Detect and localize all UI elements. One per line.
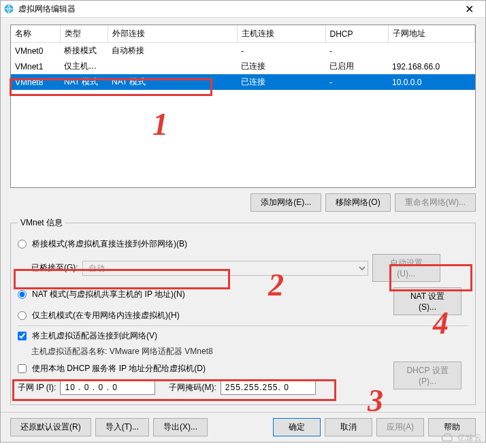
col-host[interactable]: 主机连接 xyxy=(237,25,325,43)
nat-radio[interactable] xyxy=(18,290,27,299)
table-header: 名称 类型 外部连接 主机连接 DHCP 子网地址 xyxy=(11,25,475,43)
nat-label: NAT 模式(与虚拟机共享主机的 IP 地址)(N) xyxy=(32,289,185,300)
watermark: 亿速云 xyxy=(440,432,482,444)
close-button[interactable]: ✕ xyxy=(455,3,483,16)
dhcp-settings-button: DHCP 设置(P)... xyxy=(393,362,461,389)
subnet-mask-input[interactable] xyxy=(221,380,316,395)
nat-settings-button[interactable]: NAT 设置(S)... xyxy=(393,287,461,315)
restore-defaults-button[interactable]: 还原默认设置(R) xyxy=(10,418,91,436)
vmnet-info-group: VMnet 信息 桥接模式(将虚拟机直接连接到外部网络)(B) 已桥接至(G):… xyxy=(10,217,476,405)
adapter-name-text: 主机虚拟适配器名称: VMware 网络适配器 VMnet8 xyxy=(31,346,468,357)
export-button[interactable]: 导出(X)... xyxy=(153,418,208,436)
bridged-label: 桥接模式(将虚拟机直接连接到外部网络)(B) xyxy=(32,238,187,250)
col-type[interactable]: 类型 xyxy=(60,25,108,43)
app-icon xyxy=(3,3,14,14)
rename-network-button: 重命名网络(W)... xyxy=(395,193,476,212)
bridged-radio[interactable] xyxy=(18,240,27,249)
add-network-button[interactable]: 添加网络(E)... xyxy=(250,193,321,212)
table-row-selected[interactable]: VMnet8NAT 模式NAT 模式 已连接-10.0.0.0 xyxy=(11,74,475,90)
use-dhcp-label: 使用本地 DHCP 服务将 IP 地址分配给虚拟机(D) xyxy=(32,363,206,374)
subnet-ip-label: 子网 IP (I): xyxy=(18,382,56,394)
table-row[interactable]: VMnet0桥接模式自动桥接 -- xyxy=(11,43,475,59)
window-title: 虚拟网络编辑器 xyxy=(18,3,455,15)
auto-set-button: 自动设置(U)... xyxy=(372,254,440,282)
table-row[interactable]: VMnet1仅主机… 已连接已启用192.168.66.0 xyxy=(11,59,475,74)
titlebar: 虚拟网络编辑器 ✕ xyxy=(1,1,485,18)
col-dhcp[interactable]: DHCP xyxy=(325,25,388,43)
subnet-mask-label: 子网掩码(M): xyxy=(169,382,216,394)
dialog-buttons: 还原默认设置(R) 导入(T)... 导出(X)... 确定 取消 应用(A) … xyxy=(1,412,485,442)
apply-button: 应用(A) xyxy=(376,418,424,436)
bridged-to-select: 自动 xyxy=(82,261,368,276)
vmnet-info-legend: VMnet 信息 xyxy=(18,217,65,229)
ok-button[interactable]: 确定 xyxy=(273,418,321,436)
connect-adapter-checkbox[interactable] xyxy=(18,332,27,340)
network-table[interactable]: 名称 类型 外部连接 主机连接 DHCP 子网地址 VMnet0桥接模式自动桥接… xyxy=(10,25,476,188)
col-subnet[interactable]: 子网地址 xyxy=(388,25,475,43)
connect-adapter-label: 将主机虚拟适配器连接到此网络(V) xyxy=(32,330,157,342)
subnet-ip-input[interactable] xyxy=(60,380,155,395)
dialog-window: 虚拟网络编辑器 ✕ 名称 类型 外部连接 主机连接 DHCP 子网地址 VMne… xyxy=(0,0,486,443)
bridged-to-label: 已桥接至(G): xyxy=(31,262,78,274)
remove-network-button[interactable]: 移除网络(O) xyxy=(325,193,390,212)
import-button[interactable]: 导入(T)... xyxy=(95,418,149,436)
use-dhcp-checkbox[interactable] xyxy=(18,364,27,373)
hostonly-radio[interactable] xyxy=(18,311,27,320)
hostonly-label: 仅主机模式(在专用网络内连接虚拟机)(H) xyxy=(32,310,180,321)
cancel-button[interactable]: 取消 xyxy=(325,418,372,436)
col-name[interactable]: 名称 xyxy=(11,25,60,43)
col-ext[interactable]: 外部连接 xyxy=(108,25,237,43)
